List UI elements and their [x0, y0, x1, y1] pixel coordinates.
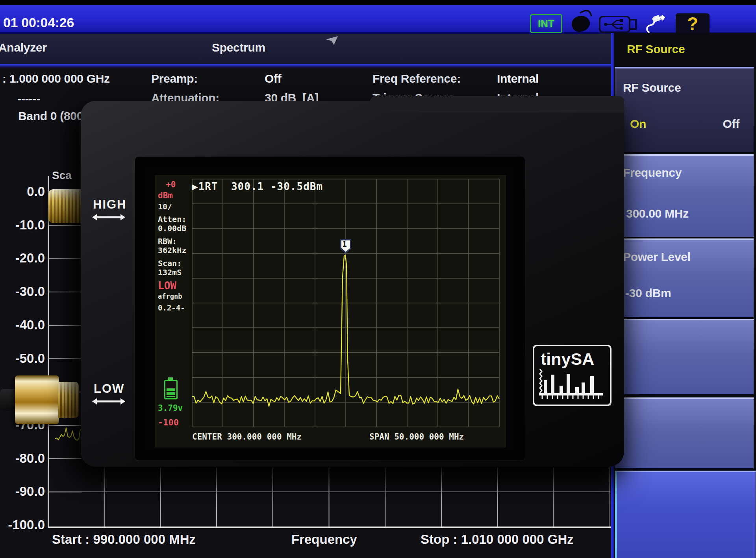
peak-marker-number: 1 — [340, 240, 349, 248]
power-level-softkey[interactable]: Power Level -30 dBm — [615, 238, 754, 317]
tinysa-case-step — [370, 96, 624, 113]
sidebar-header-label: RF Source — [627, 42, 685, 56]
low-port-label: LOW — [94, 382, 124, 396]
marker-frequency: 300.1 — [231, 181, 264, 192]
scale-per-div-text: 10/ — [158, 202, 172, 211]
power-level-softkey-value: -30 dBm — [625, 286, 671, 300]
rf-source-off-option[interactable]: Off — [723, 117, 739, 131]
sma-hex-nut — [15, 375, 59, 424]
sma-connector-low-port — [0, 373, 83, 427]
sidebar-header: RF Source — [615, 33, 754, 66]
power-level-softkey-label: Power Level — [623, 250, 691, 264]
tinysa-logo: tinySA — [533, 345, 611, 406]
pointer-cursor-icon — [324, 35, 339, 46]
scan-value: 132mS — [158, 268, 182, 277]
scan-label: Scan: — [158, 259, 182, 268]
high-port-label: HIGH — [93, 198, 127, 212]
marker-readout-line: ▶1RT 300.1 -30.5dBm — [192, 181, 323, 192]
flags2-text: 0.2-4- — [158, 303, 185, 312]
sma-connector-high-port — [48, 189, 82, 223]
atten-value: 0.00dB — [158, 224, 186, 233]
marker-level: -30.5dBm — [271, 181, 323, 192]
battery-icon — [164, 380, 178, 399]
span-text: SPAN 50.000 000 MHz — [369, 432, 464, 442]
rbw-label: RBW: — [158, 237, 177, 246]
tinysa-logo-text: tinySA — [541, 349, 594, 369]
center-frequency-text: CENTER 300.000 000 MHz — [192, 432, 302, 442]
low-port-arrow-icon — [91, 397, 126, 405]
frequency-softkey[interactable]: Frequency 300.00 MHz — [615, 154, 754, 237]
mode-text: LOW — [158, 280, 176, 292]
empty-softkey-panel — [615, 471, 756, 558]
high-port-arrow-icon — [91, 213, 126, 221]
empty-softkey — [615, 397, 754, 468]
spectrum-analyzer-screen: 01 00:04:26 INT ? Analyzer Spectrum : 1.… — [0, 0, 756, 558]
flags-text: afrgnb — [158, 292, 182, 300]
bottom-ref-text: -100 — [158, 418, 179, 427]
marker-id: 1RT — [198, 181, 218, 192]
rf-source-toggle-button[interactable]: RF Source On Off — [615, 67, 754, 152]
ref-unit-text: dBm — [158, 191, 173, 200]
atten-label: Atten: — [158, 214, 186, 224]
softkey-sidebar: RF Source RF Source On Off Frequency 300… — [611, 33, 756, 558]
tinysa-lcd: ▶1RT 300.1 -30.5dBm +0 dBm 10/ Atten: 0.… — [155, 175, 506, 447]
tinysa-logo-chart-icon — [537, 368, 604, 402]
ref-level-text: +0 — [166, 180, 176, 189]
battery-voltage-text: 3.79v — [158, 403, 183, 413]
rf-source-button-label: RF Source — [623, 81, 681, 94]
rf-source-on-option[interactable]: On — [630, 117, 646, 131]
sma-thread — [58, 382, 79, 418]
tinysa-trace-plot — [192, 179, 499, 427]
rbw-value: 362kHz — [158, 246, 186, 255]
empty-softkey — [615, 319, 754, 394]
frequency-softkey-value: 300.00 MHz — [626, 207, 689, 220]
frequency-softkey-label: Frequency — [623, 166, 682, 179]
marker-arrow-icon: ▶ — [192, 181, 198, 192]
